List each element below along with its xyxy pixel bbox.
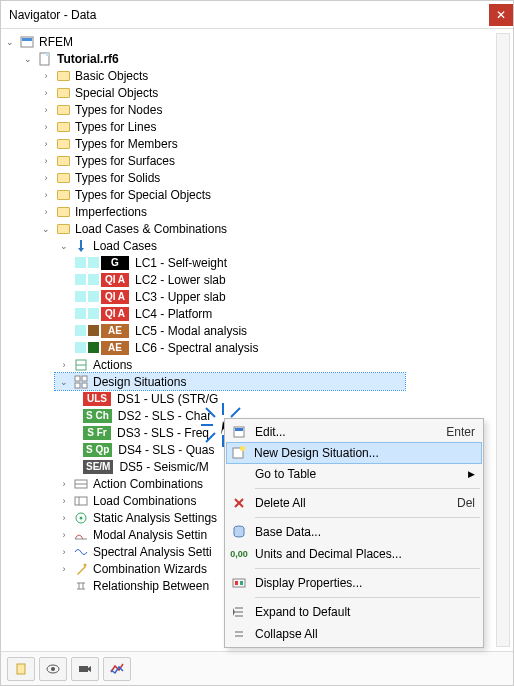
chevron-right-icon[interactable]: › bbox=[39, 205, 53, 219]
chevron-down-icon[interactable]: ⌄ bbox=[57, 239, 71, 253]
menu-accel: Enter bbox=[426, 425, 475, 439]
menu-expand[interactable]: Expand to Default bbox=[227, 601, 481, 623]
file-icon bbox=[37, 52, 53, 66]
tree-label: Imperfections bbox=[73, 205, 149, 219]
color-swatch-icon bbox=[88, 308, 99, 319]
item-design-situations[interactable]: ⌄Design Situations bbox=[55, 373, 405, 390]
menu-separator bbox=[255, 597, 480, 598]
folder-icon bbox=[55, 154, 71, 168]
load-case-tag: QI A bbox=[101, 290, 129, 304]
chevron-right-icon[interactable]: › bbox=[57, 511, 71, 525]
svg-rect-9 bbox=[82, 376, 87, 381]
item-types-nodes[interactable]: ›Types for Nodes bbox=[37, 101, 513, 118]
ds-tag: S Qp bbox=[83, 443, 112, 457]
load-case-row[interactable]: QI A LC2 - Lower slab bbox=[73, 271, 513, 288]
chevron-right-icon[interactable]: › bbox=[39, 188, 53, 202]
chevron-down-icon[interactable]: ⌄ bbox=[39, 222, 53, 236]
load-case-row[interactable]: AE LC6 - Spectral analysis bbox=[73, 339, 513, 356]
chevron-down-icon[interactable]: ⌄ bbox=[21, 52, 35, 66]
chevron-right-icon[interactable]: › bbox=[39, 171, 53, 185]
chevron-right-icon[interactable]: › bbox=[57, 477, 71, 491]
status-bar bbox=[1, 651, 513, 685]
item-types-surfaces[interactable]: ›Types for Surfaces bbox=[37, 152, 513, 169]
btn-camera[interactable] bbox=[71, 657, 99, 681]
chevron-right-icon[interactable]: › bbox=[57, 358, 71, 372]
item-types-special[interactable]: ›Types for Special Objects bbox=[37, 186, 513, 203]
edit-icon bbox=[229, 423, 249, 441]
scroll-thumb[interactable] bbox=[497, 34, 509, 646]
titlebar: Navigator - Data ✕ bbox=[1, 1, 513, 29]
load-case-tag: AE bbox=[101, 324, 129, 338]
svg-rect-39 bbox=[240, 581, 243, 585]
load-case-row[interactable]: G LC1 - Self-weight bbox=[73, 254, 513, 271]
menu-new-design-situation[interactable]: New Design Situation... bbox=[226, 442, 482, 464]
chevron-right-icon[interactable]: › bbox=[39, 69, 53, 83]
chevron-right-icon[interactable]: › bbox=[57, 545, 71, 559]
chevron-right-icon[interactable]: › bbox=[39, 86, 53, 100]
ds-tag: SE/M bbox=[83, 460, 113, 474]
menu-base-data[interactable]: Base Data... bbox=[227, 521, 481, 543]
load-case-row[interactable]: QI A LC3 - Upper slab bbox=[73, 288, 513, 305]
tree-label: Load Combinations bbox=[91, 494, 198, 508]
color-swatch-icon bbox=[75, 257, 86, 268]
color-swatch-icon bbox=[88, 274, 99, 285]
tree-label: Special Objects bbox=[73, 86, 160, 100]
tree-label: Load Cases bbox=[91, 239, 159, 253]
menu-go-to-table[interactable]: Go to Table ▶ bbox=[227, 463, 481, 485]
svg-rect-1 bbox=[22, 38, 32, 41]
menu-separator bbox=[255, 488, 480, 489]
item-load-cases-combinations[interactable]: ⌄Load Cases & Combinations bbox=[37, 220, 513, 237]
folder-icon bbox=[55, 103, 71, 117]
item-actions[interactable]: ›Actions bbox=[55, 356, 513, 373]
new-icon bbox=[228, 444, 248, 462]
item-load-cases[interactable]: ⌄Load Cases bbox=[55, 237, 513, 254]
ds-label: DS4 - SLS - Quas bbox=[116, 443, 216, 457]
menu-units[interactable]: 0,00 Units and Decimal Places... bbox=[227, 543, 481, 565]
item-imperfections[interactable]: ›Imperfections bbox=[37, 203, 513, 220]
btn-document[interactable] bbox=[7, 657, 35, 681]
menu-collapse[interactable]: Collapse All bbox=[227, 623, 481, 645]
item-basic-objects[interactable]: ›Basic Objects bbox=[37, 67, 513, 84]
item-special-objects[interactable]: ›Special Objects bbox=[37, 84, 513, 101]
item-types-members[interactable]: ›Types for Members bbox=[37, 135, 513, 152]
chevron-down-icon[interactable]: ⌄ bbox=[3, 35, 17, 49]
ds-label: DS2 - SLS - Char bbox=[116, 409, 213, 423]
btn-eye[interactable] bbox=[39, 657, 67, 681]
svg-marker-5 bbox=[78, 248, 84, 252]
menu-delete-all[interactable]: Delete All Del bbox=[227, 492, 481, 514]
svg-rect-33 bbox=[240, 446, 245, 451]
tree-label: Relationship Between bbox=[91, 579, 211, 593]
chevron-right-icon[interactable]: › bbox=[39, 120, 53, 134]
tree-label: Basic Objects bbox=[73, 69, 150, 83]
chevron-right-icon[interactable]: › bbox=[39, 137, 53, 151]
folder-icon bbox=[55, 69, 71, 83]
action-comb-icon bbox=[73, 477, 89, 491]
menu-display-properties[interactable]: Display Properties... bbox=[227, 572, 481, 594]
load-case-row[interactable]: QI A LC4 - Platform bbox=[73, 305, 513, 322]
chevron-right-icon[interactable]: › bbox=[57, 494, 71, 508]
color-swatch-icon bbox=[75, 325, 86, 336]
delete-icon bbox=[229, 494, 249, 512]
chevron-right-icon[interactable]: › bbox=[39, 154, 53, 168]
tree-label: Combination Wizards bbox=[91, 562, 209, 576]
units-icon: 0,00 bbox=[229, 545, 249, 563]
svg-rect-46 bbox=[17, 664, 25, 674]
item-types-solids[interactable]: ›Types for Solids bbox=[37, 169, 513, 186]
chevron-down-icon[interactable]: ⌄ bbox=[57, 375, 71, 389]
tree-root-rfem[interactable]: ⌄ RFEM bbox=[1, 33, 513, 50]
menu-edit[interactable]: Edit... Enter bbox=[227, 421, 481, 443]
load-case-row[interactable]: AE LC5 - Modal analysis bbox=[73, 322, 513, 339]
close-button[interactable]: ✕ bbox=[489, 4, 513, 26]
design-situation-row[interactable]: ULS DS1 - ULS (STR/G bbox=[83, 390, 513, 407]
tree-file[interactable]: ⌄ Tutorial.rf6 bbox=[19, 50, 513, 67]
color-swatch-icon bbox=[75, 291, 86, 302]
item-types-lines[interactable]: ›Types for Lines bbox=[37, 118, 513, 135]
chevron-right-icon[interactable]: › bbox=[57, 528, 71, 542]
btn-chart[interactable] bbox=[103, 657, 131, 681]
folder-icon bbox=[55, 188, 71, 202]
tree-label: Design Situations bbox=[91, 375, 188, 389]
chevron-right-icon[interactable]: › bbox=[57, 562, 71, 576]
color-swatch-icon bbox=[75, 342, 86, 353]
chevron-right-icon[interactable]: › bbox=[39, 103, 53, 117]
vertical-scrollbar[interactable] bbox=[496, 33, 510, 647]
